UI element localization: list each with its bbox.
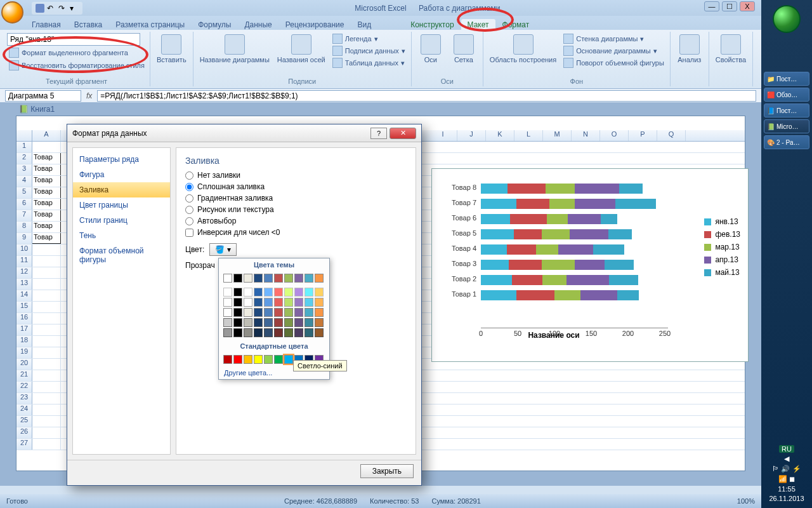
color-swatch[interactable] [315, 308, 324, 317]
gridlines-button[interactable]: Сетка [449, 33, 479, 65]
color-swatch[interactable] [233, 308, 242, 317]
nav-fill[interactable]: Заливка [73, 182, 170, 197]
radio-gradient-fill[interactable]: Градиентная заливка [185, 192, 407, 204]
color-swatch[interactable] [304, 328, 313, 337]
color-swatch[interactable] [264, 318, 273, 327]
3d-rotation-button[interactable]: Поворот объемной фигуры [561, 57, 666, 69]
qat-dropdown-icon[interactable]: ▾ [70, 4, 79, 13]
axes-button[interactable]: Оси [416, 33, 446, 65]
col-O[interactable]: O [600, 130, 629, 141]
color-swatch[interactable] [244, 274, 252, 283]
radio-auto-fill[interactable]: Автовыбор [185, 215, 407, 227]
tab-page-layout[interactable]: Разметка страницы [109, 19, 191, 30]
tray-icons[interactable]: ◀ [761, 455, 812, 463]
dialog-close-button[interactable]: ✕ [390, 128, 416, 139]
tab-formulas[interactable]: Формулы [192, 19, 237, 30]
properties-button[interactable]: Свойства [713, 33, 749, 65]
color-swatch[interactable] [264, 308, 273, 317]
color-swatch[interactable] [233, 274, 242, 283]
col-P[interactable]: P [629, 130, 657, 141]
nav-3d-format[interactable]: Формат объемной фигуры [73, 243, 170, 267]
color-swatch[interactable] [315, 318, 324, 327]
taskbar-item[interactable]: 🎨 2 - Pa… [764, 135, 809, 149]
nav-params[interactable]: Параметры ряда [73, 152, 170, 167]
color-swatch[interactable] [284, 288, 293, 297]
plot-area-button[interactable]: Область построения [487, 33, 559, 65]
color-swatch[interactable] [223, 328, 232, 337]
nav-shadow[interactable]: Тень [73, 228, 170, 243]
radio-solid-fill[interactable]: Сплошная заливка [185, 181, 407, 192]
color-swatch[interactable] [315, 274, 324, 283]
taskbar-item[interactable]: 📘 Пост… [764, 104, 809, 117]
color-swatch[interactable] [223, 318, 232, 327]
color-swatch[interactable] [254, 274, 263, 283]
tab-review[interactable]: Рецензирование [279, 19, 351, 30]
color-swatch[interactable] [223, 298, 232, 307]
col-I[interactable]: I [429, 130, 457, 141]
quick-access-toolbar[interactable]: ↶ ↷ ▾ [32, 2, 82, 15]
format-selection-button[interactable]: Формат выделенного фрагмента [7, 47, 130, 58]
name-box[interactable] [5, 90, 81, 102]
dialog-close-footer-button[interactable]: Закрыть [360, 464, 414, 478]
chart-floor-button[interactable]: Основание диаграммы ▾ [561, 45, 666, 57]
color-swatch[interactable] [244, 355, 252, 364]
reset-style-button[interactable]: Восстановить форматирование стиля [7, 60, 147, 71]
chart-title-button[interactable]: Название диаграммы [197, 33, 272, 65]
color-swatch[interactable] [304, 298, 313, 307]
tab-view[interactable]: Вид [351, 19, 377, 30]
undo-icon[interactable]: ↶ [47, 4, 56, 13]
color-swatch[interactable] [264, 288, 273, 297]
tab-constructor[interactable]: Конструктор [404, 19, 460, 30]
col-L[interactable]: L [514, 130, 543, 141]
color-swatch[interactable] [284, 318, 293, 327]
color-swatch[interactable] [294, 328, 303, 337]
data-labels-button[interactable]: Подписи данных ▾ [331, 45, 407, 57]
color-swatch[interactable] [284, 355, 293, 364]
radio-picture-fill[interactable]: Рисунок или текстура [185, 204, 407, 215]
color-swatch[interactable] [304, 308, 313, 317]
color-swatch[interactable] [254, 308, 263, 317]
fx-icon[interactable]: fx [86, 91, 92, 100]
color-swatch[interactable] [223, 288, 232, 297]
col-N[interactable]: N [572, 130, 600, 141]
tab-data[interactable]: Данные [238, 19, 278, 30]
color-swatch[interactable] [304, 274, 313, 283]
start-button[interactable] [773, 5, 801, 33]
color-swatch[interactable] [294, 318, 303, 327]
color-swatch[interactable] [233, 355, 242, 364]
dialog-titlebar[interactable]: Формат ряда данных ? ✕ [67, 124, 421, 142]
color-swatch[interactable] [254, 355, 263, 364]
color-swatch[interactable] [274, 355, 283, 364]
color-swatch[interactable] [294, 308, 303, 317]
color-swatch[interactable] [244, 318, 252, 327]
tray-icons[interactable]: 🏳 🔊 ⚡ [761, 465, 812, 473]
close-button[interactable]: X [740, 1, 755, 11]
tab-home[interactable]: Главная [25, 19, 67, 30]
checkbox-invert[interactable]: Инверсия для чисел <0 [185, 227, 407, 238]
color-swatch[interactable] [315, 288, 324, 297]
color-swatch[interactable] [254, 318, 263, 327]
color-swatch[interactable] [233, 298, 242, 307]
chart-element-selector[interactable] [7, 33, 140, 46]
color-swatch[interactable] [233, 318, 242, 327]
insert-button[interactable]: Вставить [154, 33, 189, 65]
chart[interactable]: Название оси Товар 8Товар 7Товар 6Товар … [431, 168, 749, 362]
col-J[interactable]: J [457, 130, 486, 141]
color-swatch[interactable] [244, 328, 252, 337]
color-swatch[interactable] [315, 298, 324, 307]
minimize-button[interactable]: — [704, 1, 719, 11]
color-swatch[interactable] [274, 318, 283, 327]
col-A[interactable]: A [32, 130, 61, 141]
tab-maket[interactable]: Макет [461, 19, 495, 30]
taskbar-item[interactable]: 🟥 Обзо… [764, 88, 809, 102]
maximize-button[interactable]: ☐ [722, 1, 737, 11]
office-button[interactable] [1, 1, 23, 23]
taskbar-item[interactable]: 📗 Micro… [764, 119, 809, 133]
taskbar-item[interactable]: 📁 Пост… [764, 72, 809, 86]
color-swatch[interactable] [254, 298, 263, 307]
color-swatch[interactable] [223, 308, 232, 317]
data-table-button[interactable]: Таблица данных ▾ [331, 57, 407, 69]
col-K[interactable]: K [486, 130, 514, 141]
color-swatch[interactable] [294, 274, 303, 283]
color-dropdown-button[interactable]: 🪣 ▾ [209, 243, 236, 256]
